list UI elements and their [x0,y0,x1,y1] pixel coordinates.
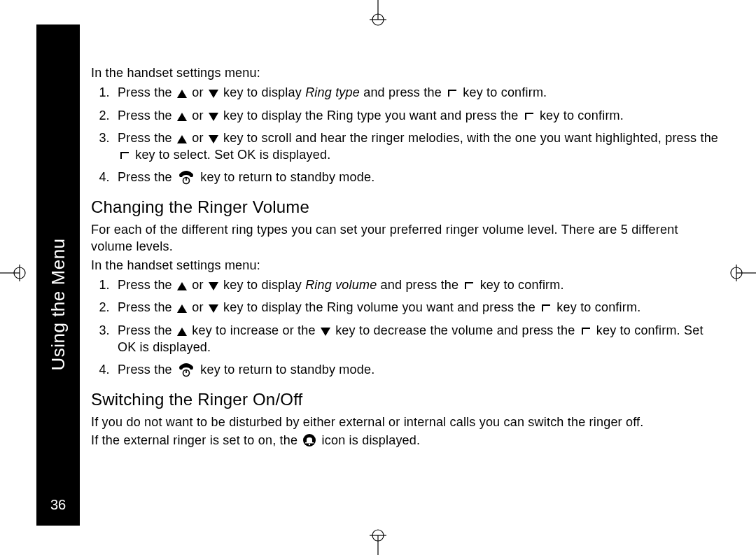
crop-mark-bottom [364,527,392,555]
softkey-icon [524,111,535,121]
section1-list: Press the or key to display Ring type an… [91,84,721,185]
down-arrow-icon [321,328,330,336]
ringer-on-icon [302,433,316,447]
up-arrow-icon [177,328,187,336]
section2-heading: Changing the Ringer Volume [91,196,721,218]
svg-marker-13 [209,90,218,98]
section3-intro1: If you do not want to be disturbed by ei… [91,414,721,430]
softkey-icon [119,150,130,160]
svg-marker-17 [209,135,218,143]
crop-mark-top [364,0,392,28]
svg-marker-25 [321,328,330,336]
svg-marker-14 [177,113,187,121]
svg-marker-16 [177,135,187,143]
up-arrow-icon [177,113,187,121]
section1-intro: In the handset settings menu: [91,64,721,81]
section2-step2: Press the or key to display the Ring vol… [113,299,721,316]
sidebar: Using the Menu 36 [36,24,80,526]
svg-marker-20 [177,282,187,290]
crop-mark-right [728,259,756,287]
svg-marker-24 [177,328,187,336]
phone-off-icon [177,169,195,185]
svg-point-30 [309,444,310,445]
svg-marker-22 [177,304,187,313]
svg-marker-15 [209,113,218,121]
section1-step3: Press the or key to scroll and hear the … [113,129,721,164]
down-arrow-icon [209,304,218,313]
softkey-icon [447,88,458,98]
softkey-icon [463,281,475,290]
sidebar-title: Using the Menu [48,238,69,370]
section2-list: Press the or key to display Ring volume … [91,276,721,378]
down-arrow-icon [209,135,218,143]
svg-rect-29 [305,442,314,444]
section2-step1: Press the or key to display Ring volume … [113,276,721,293]
down-arrow-icon [209,90,218,98]
svg-marker-12 [177,90,187,98]
section3-intro2: If the external ringer is set to on, the… [91,432,721,449]
down-arrow-icon [209,113,218,121]
section2-intro2: In the handset settings menu: [91,257,721,274]
softkey-icon [540,303,552,313]
up-arrow-icon [177,90,187,98]
section3-heading: Switching the Ringer On/Off [91,388,721,411]
crop-mark-left [0,259,28,287]
page: Using the Menu 36 In the handset setting… [0,0,756,555]
section1-step2: Press the or key to display the Ring typ… [113,107,721,124]
section2-step3: Press the key to increase or the key to … [113,322,721,356]
phone-off-icon [177,362,195,377]
page-number: 36 [50,497,66,513]
svg-marker-21 [209,282,218,290]
up-arrow-icon [177,304,187,313]
svg-marker-23 [209,304,218,313]
up-arrow-icon [177,135,187,143]
section2-intro1: For each of the different ring types you… [91,221,721,255]
content: In the handset settings menu: Press the … [91,64,721,451]
softkey-icon [580,326,592,336]
down-arrow-icon [209,282,218,290]
section2-step4: Press the key to return to standby mode. [113,361,721,378]
section1-step1: Press the or key to display Ring type an… [113,84,721,101]
section1-step4: Press the key to return to standby mode. [113,169,721,185]
up-arrow-icon [177,282,187,290]
